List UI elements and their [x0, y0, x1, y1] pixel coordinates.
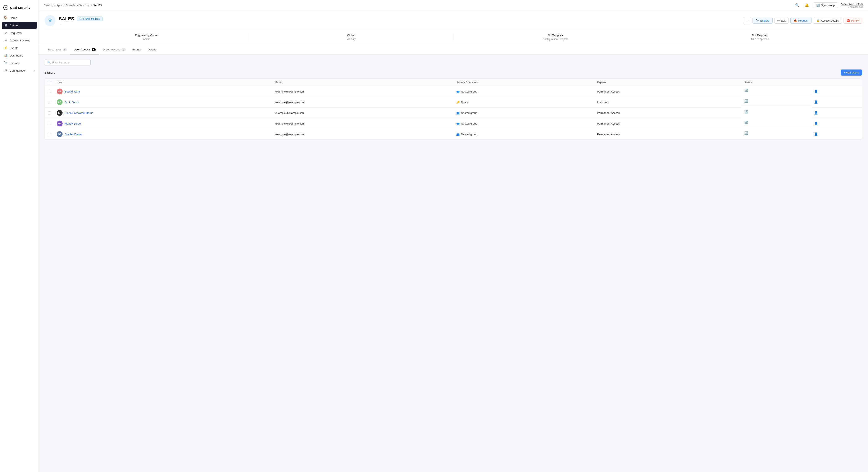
access-details-button[interactable]: 🔒 Access Details	[813, 18, 842, 24]
tab-resources[interactable]: Resources 0	[44, 45, 70, 54]
sync-details[interactable]: View Sync Details 6 minutes ago	[841, 2, 863, 8]
row-checkbox[interactable]	[48, 111, 51, 115]
user-cell: SF Shelley Fisher	[54, 129, 272, 140]
user-action-icon[interactable]: 👤	[814, 100, 818, 104]
users-table-wrap: User ↑ Email Source Of Access	[44, 79, 862, 140]
more-options-button[interactable]: ⋯	[743, 17, 751, 24]
tab-events-label: Events	[132, 48, 141, 51]
email-cell: example@example.com	[272, 118, 453, 129]
user-action-icon[interactable]: 👤	[814, 122, 818, 125]
table-row: EP Elena Powlowski-Harris example@exampl…	[45, 108, 862, 118]
user-name[interactable]: Elena Powlowski-Harris	[65, 111, 93, 115]
row-checkbox[interactable]	[48, 122, 51, 125]
tab-user-access-badge: 5	[92, 48, 96, 51]
resource-type-badge: 🏷 Snowflake Role	[77, 17, 102, 21]
edit-button[interactable]: ✏ Edit	[774, 18, 789, 24]
th-status: Status	[741, 79, 811, 86]
status-cell: 🔄	[741, 108, 811, 116]
meta-engineering-owner-label: Engineering Owner	[135, 34, 158, 37]
breadcrumb-catalog[interactable]: Catalog	[44, 4, 53, 7]
sidebar-item-catalog[interactable]: ⊞ Catalog	[2, 22, 37, 29]
user-action-icon[interactable]: 👤	[814, 111, 818, 115]
sidebar-item-dashboard[interactable]: 📊 Dashboard	[2, 52, 37, 59]
sync-group-button[interactable]: 🔄 Sync group	[813, 2, 838, 8]
tab-user-access[interactable]: User Access 5	[70, 45, 99, 54]
users-table: User ↑ Email Source Of Access	[45, 79, 862, 139]
source-cell: 👥 Nested group	[453, 86, 594, 97]
user-name[interactable]: Bessie Ward	[65, 90, 80, 93]
request-button[interactable]: 📥 Request	[790, 18, 811, 24]
access-details-label: Access Details	[821, 19, 839, 22]
tabs-bar: Resources 0 User Access 5 Group Access 0…	[39, 45, 868, 55]
filter-input-wrapper[interactable]: 🔍	[44, 59, 91, 66]
main-content: Catalog / Apps / Snowflake Sandbox / SAL…	[39, 0, 868, 472]
tab-events[interactable]: Events	[129, 45, 144, 54]
expires-cell: Permanent Access	[594, 118, 741, 129]
source-cell: 👥 Nested group	[453, 108, 594, 118]
forfeit-button[interactable]: ⛔ Forfeit	[843, 18, 862, 24]
sidebar-item-home[interactable]: 🏠 Home	[2, 14, 37, 21]
topbar: Catalog / Apps / Snowflake Sandbox / SAL…	[39, 0, 868, 11]
resource-meta: Engineering Owner Admin Global Visibilit…	[44, 30, 862, 40]
refresh-icon[interactable]: 🔄	[744, 89, 748, 92]
meta-mfa-value: MFA to Approve	[751, 38, 769, 40]
logo-icon: ✦	[3, 5, 8, 10]
meta-config-label: No Template	[548, 34, 563, 37]
breadcrumb-snowflake[interactable]: Snowflake Sandbox	[66, 4, 90, 7]
expires-cell: Permanent Access	[594, 86, 741, 97]
user-action-icon[interactable]: 👤	[814, 90, 818, 93]
meta-engineering-owner-value: Admin	[143, 38, 150, 40]
table-row: MB Mandy Berge example@example.com 👥 Nes…	[45, 118, 862, 129]
badge-label: Snowflake Role	[83, 18, 100, 20]
sidebar-item-events[interactable]: ⚡ Events	[2, 45, 37, 52]
filter-input[interactable]	[52, 61, 88, 64]
filter-search-icon: 🔍	[47, 61, 51, 64]
sync-details-title[interactable]: View Sync Details	[841, 2, 863, 6]
expires-cell: Permanent Access	[594, 129, 741, 140]
meta-mfa-label: Not Required	[752, 34, 768, 37]
resource-info: SALES 🏷 Snowflake Role —	[59, 16, 103, 25]
access-details-icon: 🔒	[816, 19, 820, 22]
notifications-icon[interactable]: 🔔	[804, 2, 810, 8]
refresh-icon[interactable]: 🔄	[744, 110, 748, 114]
users-header: 5 Users + Add Users	[44, 69, 862, 76]
search-icon[interactable]: 🔍	[794, 2, 800, 8]
status-cell: 🔄	[741, 97, 811, 106]
sidebar-item-configuration[interactable]: ⚙ Configuration ›	[2, 67, 37, 74]
tab-details[interactable]: Details	[144, 45, 160, 54]
user-name[interactable]: Dr. Al Davis	[65, 101, 79, 104]
requests-icon: ◎	[4, 31, 7, 35]
row-checkbox[interactable]	[48, 90, 51, 93]
add-users-button[interactable]: + Add Users	[841, 69, 862, 76]
resource-title-row: ❄ SALES 🏷 Snowflake Role — ⋯ 🔭	[44, 15, 862, 26]
refresh-icon[interactable]: 🔄	[744, 131, 748, 135]
sidebar-item-explore[interactable]: 🔭 Explore	[2, 59, 37, 66]
user-cell: EP Elena Powlowski-Harris	[54, 108, 272, 118]
resource-icon: ❄	[44, 15, 56, 26]
tab-details-label: Details	[148, 48, 156, 51]
sidebar-item-access-reviews-label: Access Reviews	[10, 39, 30, 42]
select-all-checkbox[interactable]	[48, 81, 51, 84]
row-checkbox[interactable]	[48, 101, 51, 104]
refresh-icon[interactable]: 🔄	[744, 121, 748, 124]
explore-btn-icon: 🔭	[756, 19, 759, 22]
meta-engineering-owner: Engineering Owner Admin	[44, 34, 249, 40]
user-name[interactable]: Mandy Berge	[65, 122, 81, 125]
user-sort[interactable]: User ↑	[57, 81, 270, 84]
row-checkbox[interactable]	[48, 133, 51, 136]
resource-actions: ⋯ 🔭 Explore ✏ Edit 📥 Request 🔒	[743, 17, 862, 24]
user-name[interactable]: Shelley Fisher	[65, 133, 82, 136]
user-action-icon[interactable]: 👤	[814, 132, 818, 136]
breadcrumb-current: SALES	[93, 4, 102, 7]
source-cell: 👥 Nested group	[453, 118, 594, 129]
explore-button[interactable]: 🔭 Explore	[752, 18, 773, 24]
sidebar-item-requests[interactable]: ◎ Requests	[2, 29, 37, 36]
sidebar-item-access-reviews[interactable]: ↗ Access Reviews	[2, 37, 37, 44]
refresh-icon[interactable]: 🔄	[744, 99, 748, 103]
tab-user-access-label: User Access	[74, 48, 91, 51]
tab-group-access[interactable]: Group Access 0	[99, 45, 129, 54]
add-users-label: + Add Users	[844, 71, 859, 74]
request-icon: 📥	[794, 19, 797, 22]
sidebar-item-home-label: Home	[10, 16, 17, 20]
breadcrumb-apps[interactable]: Apps	[56, 4, 63, 7]
